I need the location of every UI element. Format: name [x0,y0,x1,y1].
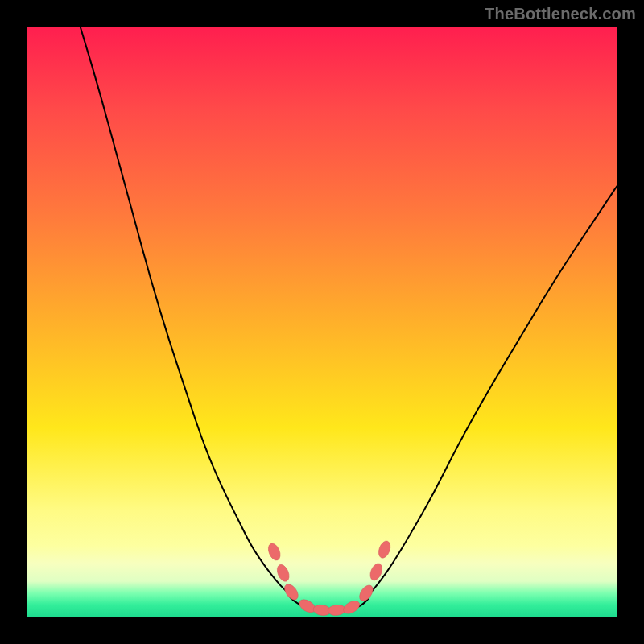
curve-marker [377,539,393,559]
watermark-text: TheBottleneck.com [485,5,636,23]
chart-frame: TheBottleneck.com [0,0,644,644]
curve-marker [341,598,362,616]
curve-marker [275,563,291,583]
bottleneck-curve [27,27,617,617]
gradient-plot-area [27,27,617,617]
curve-marker [266,542,282,562]
curve-marker [357,583,375,603]
